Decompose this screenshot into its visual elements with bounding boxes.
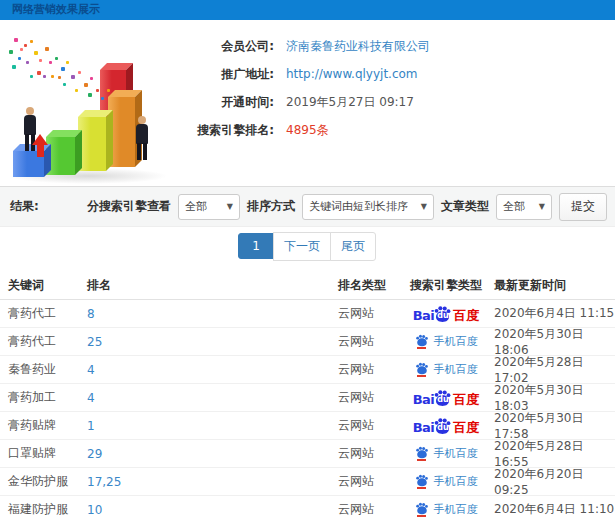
- keyword-cell: 口罩贴牌: [0, 445, 85, 462]
- article-type-value: 全部: [503, 199, 525, 214]
- updated-cell: 2020年5月28日 17:02: [492, 354, 615, 385]
- header-rank-type: 排名类型: [338, 277, 400, 294]
- confetti-dot: [12, 65, 16, 69]
- confetti-dot: [45, 47, 49, 51]
- table-row: 秦鲁药业4云网站手机百度2020年5月28日 17:02: [0, 356, 615, 384]
- url-label: 推广地址:: [190, 66, 274, 83]
- confetti-dot: [96, 89, 99, 92]
- engine-cell: 手机百度: [400, 334, 492, 349]
- company-link[interactable]: 济南秦鲁药业科技有限公司: [286, 38, 430, 55]
- table-row: 福建防护服10云网站手机百度2020年6月4日 11:10: [0, 496, 615, 520]
- confetti-dot: [24, 44, 27, 47]
- info-row-open-time: 开通时间: 2019年5月27日 09:17: [190, 88, 430, 116]
- table-body: 膏药代工8云网站Baidu百度2020年6月4日 11:15膏药代工25云网站手…: [0, 300, 615, 520]
- submit-button[interactable]: 提交: [559, 193, 607, 221]
- baidu-logo: Baidu百度: [413, 389, 480, 406]
- info-row-company: 会员公司: 济南秦鲁药业科技有限公司: [190, 32, 430, 60]
- table-row: 金华防护服17,25云网站手机百度2020年6月20日 09:25: [0, 468, 615, 496]
- info-row-rank-count: 搜索引擎排名: 4895条: [190, 116, 430, 144]
- rank-count-value: 4895条: [286, 122, 329, 139]
- updated-cell: 2020年5月30日 18:06: [492, 326, 615, 357]
- pagination: 1 下一页 尾页: [0, 227, 615, 265]
- keyword-cell: 福建防护服: [0, 501, 85, 518]
- header-engine-type: 搜索引擎类型: [400, 277, 492, 294]
- result-label: 结果:: [0, 198, 39, 215]
- rank-link[interactable]: 17,25: [85, 475, 338, 489]
- rank-link[interactable]: 25: [85, 335, 338, 349]
- updated-cell: 2020年6月4日 11:10: [492, 501, 615, 518]
- article-type-select[interactable]: 全部 ▼: [496, 194, 552, 220]
- last-page-button[interactable]: 尾页: [330, 232, 376, 261]
- baidu-logo: Baidu百度: [413, 417, 480, 434]
- mobile-baidu-logo: 手机百度: [415, 502, 478, 517]
- marketing-report-page: 网络营销效果展示 会员公司: 济南秦鲁药业科技有限公司 推广地址: http:/…: [0, 0, 615, 520]
- confetti-dot: [37, 71, 41, 75]
- next-page-button[interactable]: 下一页: [273, 232, 331, 261]
- confetti-dot: [107, 89, 110, 92]
- confetti-dot: [75, 89, 78, 92]
- engine-filter-label: 分搜索引擎查看: [87, 198, 171, 215]
- summary-section: 会员公司: 济南秦鲁药业科技有限公司 推广地址: http://www.qlyy…: [0, 20, 615, 186]
- engine-cell: 手机百度: [400, 362, 492, 377]
- confetti-dot: [66, 61, 69, 64]
- confetti-dot: [34, 51, 38, 55]
- rank-link[interactable]: 1: [85, 419, 338, 433]
- table-row: 膏药代工8云网站Baidu百度2020年6月4日 11:15: [0, 300, 615, 328]
- confetti-dot: [30, 75, 33, 78]
- engine-filter-select[interactable]: 全部 ▼: [178, 194, 240, 220]
- keyword-cell: 膏药代工: [0, 333, 85, 350]
- article-type-label: 文章类型: [441, 198, 489, 215]
- rank-link[interactable]: 4: [85, 391, 338, 405]
- keyword-cell: 秦鲁药业: [0, 361, 85, 378]
- rank-type-cell: 云网站: [338, 333, 400, 350]
- chart-bar-yellow: [78, 117, 106, 171]
- engine-cell: Baidu百度: [400, 417, 492, 434]
- updated-cell: 2020年6月20日 09:25: [492, 466, 615, 497]
- confetti-dot: [49, 61, 52, 64]
- rank-type-cell: 云网站: [338, 473, 400, 490]
- table-row: 口罩贴牌29云网站手机百度2020年5月28日 16:55: [0, 440, 615, 468]
- mobile-baidu-logo: 手机百度: [415, 446, 478, 461]
- company-label: 会员公司:: [190, 38, 274, 55]
- baidu-paw-icon: [415, 362, 429, 375]
- rank-link[interactable]: 8: [85, 307, 338, 321]
- sort-select[interactable]: 关键词由短到长排序 ▼: [302, 194, 434, 220]
- confetti-dot: [51, 75, 54, 78]
- chevron-down-icon: ▼: [421, 202, 427, 211]
- filter-bar: 结果: 分搜索引擎查看 全部 ▼ 排序方式 关键词由短到长排序 ▼ 文章类型 全…: [0, 186, 615, 227]
- baidu-paw-icon: [415, 446, 429, 459]
- rank-type-cell: 云网站: [338, 361, 400, 378]
- rank-type-cell: 云网站: [338, 417, 400, 434]
- rank-link[interactable]: 29: [85, 447, 338, 461]
- promo-url-link[interactable]: http://www.qlyyjt.com: [286, 67, 418, 81]
- mobile-baidu-logo: 手机百度: [415, 362, 478, 377]
- page-1-button[interactable]: 1: [238, 233, 274, 259]
- sort-label: 排序方式: [247, 198, 295, 215]
- baidu-logo: Baidu百度: [413, 305, 480, 322]
- company-info: 会员公司: 济南秦鲁药业科技有限公司 推广地址: http://www.qlyy…: [190, 32, 430, 144]
- engine-cell: 手机百度: [400, 474, 492, 489]
- confetti-dot: [26, 61, 29, 64]
- rank-type-cell: 云网站: [338, 501, 400, 518]
- sort-value: 关键词由短到长排序: [309, 199, 408, 214]
- rank-link[interactable]: 4: [85, 363, 338, 377]
- keyword-cell: 膏药代工: [0, 305, 85, 322]
- baidu-paw-icon: [415, 334, 429, 347]
- rank-type-cell: 云网站: [338, 445, 400, 462]
- growth-arrow-icon: [32, 134, 48, 157]
- table-row: 膏药加工4云网站Baidu百度2020年5月30日 18:03: [0, 384, 615, 412]
- engine-cell: Baidu百度: [400, 305, 492, 322]
- confetti-dot: [55, 57, 58, 60]
- rank-count-label: 搜索引擎排名:: [190, 122, 274, 139]
- confetti-dot: [88, 93, 92, 97]
- keyword-cell: 膏药加工: [0, 389, 85, 406]
- keyword-cell: 膏药贴牌: [0, 417, 85, 434]
- header-updated: 最新更新时间: [492, 277, 615, 294]
- rank-link[interactable]: 10: [85, 503, 338, 517]
- chevron-down-icon: ▼: [227, 202, 233, 211]
- header-keyword: 关键词: [0, 277, 85, 294]
- baidu-paw-icon: [415, 474, 429, 487]
- ranking-table: 关键词 排名 排名类型 搜索引擎类型 最新更新时间 膏药代工8云网站Baidu百…: [0, 271, 615, 520]
- rank-type-cell: 云网站: [338, 389, 400, 406]
- window-titlebar: 网络营销效果展示: [0, 0, 615, 20]
